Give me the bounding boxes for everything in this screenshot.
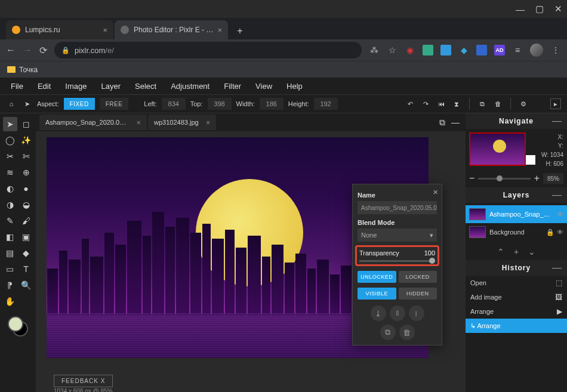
- undo-icon[interactable]: ↶: [405, 98, 415, 109]
- cut-tool[interactable]: ✄: [19, 149, 33, 163]
- delete-layer-icon[interactable]: 🗑: [399, 325, 415, 340]
- ext-icon-3[interactable]: [440, 45, 451, 55]
- fill-tool[interactable]: ▣: [19, 230, 33, 244]
- dodge-tool[interactable]: ◑: [3, 197, 17, 212]
- align-center-icon[interactable]: ⫴: [390, 305, 405, 321]
- left-input[interactable]: 834: [162, 98, 186, 110]
- navigate-panel-header[interactable]: Navigate—: [466, 113, 567, 129]
- eraser-tool[interactable]: ◧: [3, 230, 17, 244]
- slider-knob[interactable]: [429, 258, 435, 264]
- ext-icon-7[interactable]: ≡: [512, 45, 523, 55]
- cursor-icon[interactable]: ➤: [21, 98, 32, 109]
- menu-edit[interactable]: Edit: [30, 82, 58, 91]
- navigate-thumbnail[interactable]: [469, 132, 526, 166]
- ext-icon-5[interactable]: [476, 45, 487, 55]
- window-minimize-icon[interactable]: —: [451, 118, 460, 127]
- color-swatches[interactable]: [8, 316, 28, 337]
- reload-button[interactable]: ⟳: [39, 45, 47, 56]
- menu-image[interactable]: Image: [58, 82, 94, 91]
- blend-mode-select[interactable]: None▾: [358, 229, 437, 242]
- wand-tool[interactable]: ✨: [19, 133, 33, 147]
- gradient-tool[interactable]: ▤: [3, 246, 17, 260]
- liquify-tool[interactable]: ≋: [3, 165, 17, 180]
- shape-tool[interactable]: ◆: [19, 246, 33, 260]
- forward-button[interactable]: →: [23, 45, 32, 55]
- document-tab-0[interactable]: Ashampoo_Snap_2020.05.09_21... ×: [39, 115, 147, 130]
- menu-adjustment[interactable]: Adjustment: [164, 82, 217, 91]
- clone-tool[interactable]: ⊕: [19, 165, 33, 180]
- locked-button[interactable]: LOCKED: [399, 271, 437, 283]
- layer-up-icon[interactable]: ⌃: [497, 247, 504, 257]
- skip-back-icon[interactable]: ⏮: [436, 98, 446, 109]
- history-item-0[interactable]: Open⬚: [466, 276, 567, 290]
- brush-tool[interactable]: 🖌: [19, 214, 33, 228]
- hidden-button[interactable]: HIDDEN: [399, 288, 437, 300]
- visible-button[interactable]: VISIBLE: [358, 288, 396, 300]
- minimize-icon[interactable]: —: [552, 190, 562, 200]
- layer-name-input[interactable]: Ashampoo_Snap_2020.05.09: [358, 201, 437, 214]
- menu-select[interactable]: Select: [128, 82, 164, 91]
- browser-tab-1[interactable]: Photo Editor : Pixlr E - free imag... ×: [115, 20, 228, 39]
- align-right-icon[interactable]: ⫶: [409, 305, 424, 321]
- menu-filter[interactable]: Filter: [217, 82, 248, 91]
- layers-panel-header[interactable]: Layers—: [466, 187, 567, 203]
- eyedropper-tool[interactable]: ⁋: [3, 278, 17, 292]
- ext-icon-1[interactable]: ◉: [405, 45, 415, 55]
- zoom-value[interactable]: 85%: [543, 173, 563, 184]
- sponge-tool[interactable]: ◒: [19, 197, 33, 212]
- aspect-free-button[interactable]: FREE: [100, 98, 129, 110]
- blur-tool[interactable]: ●: [19, 181, 33, 196]
- history-item-2[interactable]: Arrange▶: [466, 304, 567, 319]
- zoom-slider[interactable]: − + 85%: [469, 168, 563, 184]
- aspect-fixed-button[interactable]: FIXED: [64, 98, 95, 110]
- layer-item-1[interactable]: Background 🔒👁: [466, 223, 567, 241]
- transparency-value[interactable]: 100: [424, 249, 435, 257]
- home-icon[interactable]: ⌂: [6, 98, 17, 109]
- foreground-color-swatch[interactable]: [8, 316, 23, 332]
- close-tab-icon[interactable]: ×: [103, 26, 107, 35]
- close-tab-icon[interactable]: ×: [217, 26, 222, 35]
- close-doctab-icon[interactable]: ×: [206, 118, 211, 127]
- maximize-button[interactable]: ▢: [535, 4, 544, 14]
- close-doctab-icon[interactable]: ×: [136, 118, 141, 127]
- zoom-track[interactable]: [478, 178, 530, 180]
- layer-visibility-icon[interactable]: 👁: [557, 229, 563, 236]
- unlocked-button[interactable]: UNLOCKED: [358, 271, 396, 283]
- zoom-knob[interactable]: [497, 175, 503, 181]
- history-panel-header[interactable]: History—: [466, 260, 567, 276]
- pen-tool[interactable]: ✎: [3, 214, 17, 228]
- hourglass-icon[interactable]: ⧗: [451, 98, 462, 109]
- browser-menu-icon[interactable]: ⋮: [550, 45, 561, 55]
- top-input[interactable]: 398: [208, 98, 232, 110]
- transparency-slider[interactable]: [359, 260, 435, 262]
- layer-item-0[interactable]: Ashampoo_Snap_20... 👁: [466, 205, 567, 223]
- width-input[interactable]: 186: [260, 98, 284, 110]
- menu-layer[interactable]: Layer: [94, 82, 128, 91]
- feedback-button[interactable]: FEEDBACK X: [54, 375, 113, 387]
- minimize-icon[interactable]: —: [552, 263, 562, 273]
- history-item-1[interactable]: Add image🖼: [466, 290, 567, 304]
- browser-tab-0[interactable]: Lumpics.ru ×: [6, 20, 113, 39]
- close-popup-icon[interactable]: ×: [433, 187, 438, 197]
- ext-icon-2[interactable]: [423, 45, 433, 55]
- ext-icon-4[interactable]: ◆: [458, 45, 469, 55]
- close-window-button[interactable]: ✕: [554, 4, 562, 14]
- url-input[interactable]: 🔒 pixlr.com/e/: [54, 42, 362, 58]
- translate-icon[interactable]: ⁂: [369, 45, 380, 55]
- zoom-tool[interactable]: 🔍: [19, 278, 33, 292]
- document-tab-1[interactable]: wp3102483.jpg ×: [148, 115, 216, 130]
- panel-toggle-icon[interactable]: ▸: [550, 98, 561, 109]
- layer-down-icon[interactable]: ⌄: [528, 247, 535, 257]
- window-arrange-icon[interactable]: ⧉: [439, 118, 445, 128]
- align-left-icon[interactable]: ⤓: [371, 305, 386, 321]
- profile-avatar[interactable]: [530, 44, 543, 57]
- star-icon[interactable]: ☆: [387, 45, 397, 55]
- duplicate-icon[interactable]: ⧉: [477, 98, 488, 109]
- minimize-button[interactable]: —: [516, 4, 525, 14]
- marquee-tool[interactable]: ◻: [19, 117, 33, 131]
- text-tool[interactable]: T: [19, 262, 33, 276]
- zoom-out-button[interactable]: −: [469, 173, 474, 184]
- trash-icon[interactable]: 🗑: [492, 98, 503, 109]
- minimize-icon[interactable]: —: [552, 116, 562, 126]
- move-tool[interactable]: ➤: [3, 117, 17, 131]
